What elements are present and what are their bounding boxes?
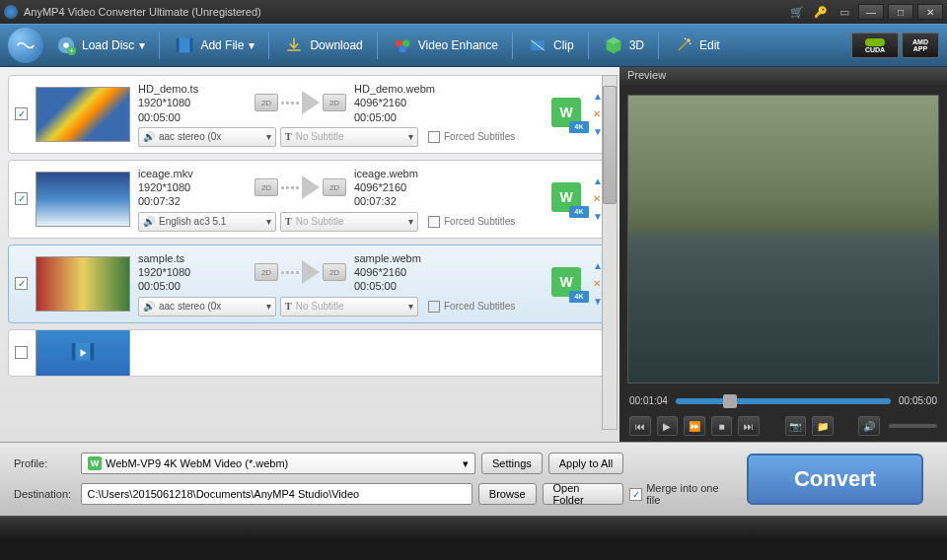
src-duration: 00:07:32 xyxy=(138,194,247,208)
window-title: AnyMP4 Video Converter Ultimate (Unregis… xyxy=(24,6,787,18)
dst-resolution: 4096*2160 xyxy=(354,265,443,279)
settings-button[interactable]: Settings xyxy=(481,453,543,474)
scroll-thumb[interactable] xyxy=(603,86,617,204)
src-duration: 00:05:00 xyxy=(138,279,247,293)
file-item[interactable]: ✓ iceage.mkv 1920*1080 00:07:32 2D 2D ic… xyxy=(8,160,612,239)
convert-button[interactable]: Convert xyxy=(747,454,923,505)
key-icon[interactable]: 🔑 xyxy=(811,4,831,20)
file-item[interactable] xyxy=(8,329,612,377)
add-file-button[interactable]: Add File ▾ xyxy=(174,35,255,56)
3d-button[interactable]: 3D xyxy=(603,35,644,56)
forced-sub-checkbox[interactable] xyxy=(428,301,440,313)
webm-icon: W xyxy=(88,456,102,470)
file-checkbox[interactable]: ✓ xyxy=(15,277,28,290)
play-button[interactable]: ▶ xyxy=(657,416,679,436)
svg-point-9 xyxy=(399,45,405,52)
fastfwd-button[interactable]: ⏩ xyxy=(684,416,705,436)
audio-dropdown[interactable]: 🔊English ac3 5.1▾ xyxy=(138,212,276,232)
file-item[interactable]: ✓ HD_demo.ts 1920*1080 00:05:00 2D 2D HD… xyxy=(8,75,612,154)
load-disc-button[interactable]: + Load Disc ▾ xyxy=(55,35,145,56)
open-folder-button[interactable]: Open Folder xyxy=(543,483,624,505)
enhance-label: Video Enhance xyxy=(418,38,498,52)
svg-point-14 xyxy=(685,38,687,40)
svg-rect-5 xyxy=(177,38,180,53)
edit-label: Edit xyxy=(699,38,720,52)
menu-icon[interactable]: ▭ xyxy=(835,4,854,20)
src-filename: iceage.mkv xyxy=(138,167,247,180)
next-button[interactable]: ⏭ xyxy=(738,416,760,436)
apply-all-button[interactable]: Apply to All xyxy=(548,453,623,474)
add-file-label: Add File xyxy=(200,38,244,52)
volume-slider[interactable] xyxy=(889,424,937,428)
seek-thumb[interactable] xyxy=(723,394,737,408)
svg-rect-6 xyxy=(190,38,193,53)
convert-arrow-icon: 2D 2D xyxy=(255,260,346,284)
forced-sub-checkbox[interactable] xyxy=(428,216,440,228)
scissors-icon xyxy=(527,35,548,56)
close-button[interactable]: ✕ xyxy=(917,4,943,20)
preview-label: Preview xyxy=(619,67,947,87)
svg-line-12 xyxy=(679,40,689,50)
minimize-button[interactable]: — xyxy=(858,4,884,20)
file-thumbnail xyxy=(36,87,130,142)
file-thumbnail xyxy=(36,256,130,312)
subtitle-dropdown[interactable]: TNo Subtitle▾ xyxy=(280,212,418,232)
volume-button[interactable]: 🔊 xyxy=(858,416,880,436)
file-checkbox[interactable]: ✓ xyxy=(15,107,28,120)
film-icon xyxy=(174,35,195,56)
src-filename: sample.ts xyxy=(138,251,247,265)
cube-3d-icon xyxy=(603,35,624,56)
load-disc-label: Load Disc xyxy=(82,38,134,52)
download-icon xyxy=(283,35,305,56)
format-badge[interactable]: W 4K xyxy=(551,267,585,301)
audio-dropdown[interactable]: 🔊aac stereo (0x▾ xyxy=(138,297,276,316)
merge-checkbox[interactable]: ✓ xyxy=(629,488,642,501)
subtitle-dropdown[interactable]: TNo Subtitle▾ xyxy=(280,127,418,147)
file-item[interactable]: ✓ sample.ts 1920*1080 00:05:00 2D 2D sam… xyxy=(8,245,612,323)
total-time: 00:05:00 xyxy=(899,395,937,406)
clip-button[interactable]: Clip xyxy=(527,35,574,56)
stop-button[interactable]: ■ xyxy=(711,416,733,436)
src-resolution: 1920*1080 xyxy=(138,180,247,194)
file-list: ✓ HD_demo.ts 1920*1080 00:05:00 2D 2D HD… xyxy=(0,67,619,442)
wand-icon xyxy=(673,35,694,56)
titlebar: AnyMP4 Video Converter Ultimate (Unregis… xyxy=(0,0,947,24)
merge-label: Merge into one file xyxy=(646,482,735,506)
forced-sub-label: Forced Subtitles xyxy=(444,301,515,312)
download-label: Download xyxy=(310,38,362,52)
palette-icon xyxy=(392,35,413,56)
dst-filename: sample.webm xyxy=(354,251,443,265)
audio-dropdown[interactable]: 🔊aac stereo (0x▾ xyxy=(138,127,276,147)
edit-button[interactable]: Edit xyxy=(673,35,720,56)
browse-button[interactable]: Browse xyxy=(478,483,537,505)
convert-arrow-icon: 2D 2D xyxy=(255,91,346,114)
forced-sub-checkbox[interactable] xyxy=(428,131,440,143)
chevron-down-icon: ▾ xyxy=(463,457,469,470)
file-checkbox[interactable] xyxy=(15,346,28,359)
dst-filename: iceage.webm xyxy=(354,167,443,180)
seek-slider[interactable] xyxy=(676,398,891,404)
subtitle-dropdown[interactable]: TNo Subtitle▾ xyxy=(280,297,418,316)
svg-point-13 xyxy=(687,38,690,41)
dst-resolution: 4096*2160 xyxy=(354,180,443,194)
snapshot-button[interactable]: 📷 xyxy=(785,416,807,436)
profile-dropdown[interactable]: W WebM-VP9 4K WebM Video (*.webm) ▾ xyxy=(81,453,475,474)
preview-video[interactable] xyxy=(627,95,939,384)
src-resolution: 1920*1080 xyxy=(138,96,247,109)
maximize-button[interactable]: □ xyxy=(888,4,913,20)
file-checkbox[interactable]: ✓ xyxy=(15,192,28,205)
format-badge[interactable]: W 4K xyxy=(551,98,585,131)
dst-duration: 00:05:00 xyxy=(354,279,443,293)
folder-button[interactable]: 📁 xyxy=(812,416,834,436)
forced-sub-label: Forced Subtitles xyxy=(444,216,515,227)
svg-rect-18 xyxy=(91,343,95,361)
scrollbar[interactable] xyxy=(602,75,618,430)
file-thumbnail xyxy=(36,172,130,227)
video-enhance-button[interactable]: Video Enhance xyxy=(392,35,498,56)
cart-icon[interactable]: 🛒 xyxy=(787,4,807,20)
prev-button[interactable]: ⏮ xyxy=(629,416,651,436)
format-badge[interactable]: W 4K xyxy=(551,182,585,216)
chevron-down-icon: ▾ xyxy=(139,38,145,52)
download-button[interactable]: Download xyxy=(283,35,362,56)
destination-input[interactable]: C:\Users\2015061218\Documents\AnyMP4 Stu… xyxy=(81,483,473,505)
